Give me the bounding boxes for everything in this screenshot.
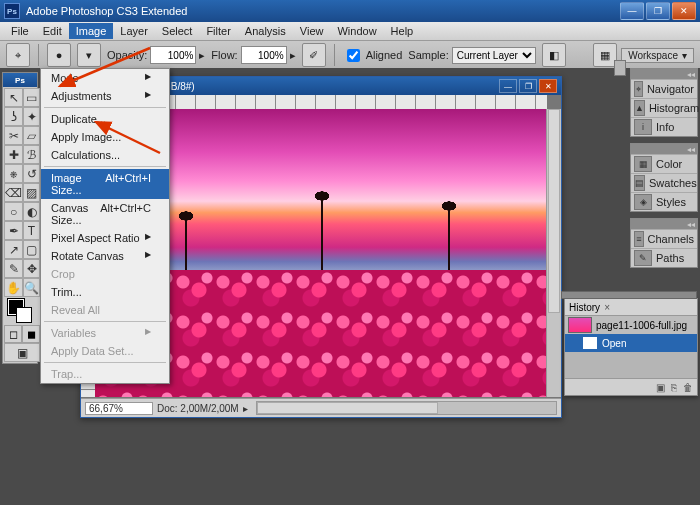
menu-item-apply-image[interactable]: Apply Image...	[41, 128, 169, 146]
styles-panel-button[interactable]: ◈Styles	[631, 192, 697, 211]
blur-tool-icon[interactable]: ○	[4, 202, 23, 221]
dock-handle[interactable]: ◂◂	[631, 69, 697, 79]
flow-arrow-icon[interactable]: ▸	[290, 49, 296, 62]
opacity-input[interactable]	[150, 46, 196, 64]
toolbox-title[interactable]: Ps	[3, 73, 37, 87]
path-tool-icon[interactable]: ↗	[4, 240, 23, 259]
close-tab-icon[interactable]: ×	[604, 302, 610, 313]
workspace-button[interactable]: Workspace ▾	[621, 48, 694, 63]
sample-label: Sample:	[408, 49, 448, 61]
notes-tool-icon[interactable]: ✎	[4, 259, 23, 278]
close-button[interactable]: ✕	[672, 2, 696, 20]
move-tool-icon[interactable]: ↖	[4, 88, 23, 107]
menu-item-trim[interactable]: Trim...	[41, 283, 169, 301]
menu-item-variables: Variables▶	[41, 324, 169, 342]
menu-help[interactable]: Help	[384, 23, 421, 39]
crop-tool-icon[interactable]: ✂	[4, 126, 23, 145]
history-snapshot-row[interactable]: page11-1006-full.jpg	[565, 316, 697, 334]
zoom-field[interactable]: 66,67%	[85, 402, 153, 415]
quick-mask-icon[interactable]: ◼	[22, 325, 40, 343]
brush-preset-icon[interactable]: ●	[47, 43, 71, 67]
submenu-arrow-icon: ▶	[145, 72, 151, 84]
flow-input[interactable]	[241, 46, 287, 64]
info-icon: i	[634, 119, 652, 135]
work-area: Ps ↖ ▭ ʖ ✦ ✂ ▱ ✚ ℬ ⎈ ↺ ⌫ ▨ ○ ◐ ✒ T ↗ ▢ ✎…	[0, 68, 700, 505]
standard-mode-icon[interactable]: ◻	[4, 325, 22, 343]
menu-edit[interactable]: Edit	[36, 23, 69, 39]
histogram-icon: ▲	[634, 100, 645, 116]
tool-preset-icon[interactable]: ⌖	[6, 43, 30, 67]
eraser-tool-icon[interactable]: ⌫	[4, 183, 23, 202]
menu-item-duplicate[interactable]: Duplicate...	[41, 110, 169, 128]
swatches-panel-button[interactable]: ▤Swatches	[631, 173, 697, 192]
navigator-panel-button[interactable]: ⌖Navigator	[631, 79, 697, 98]
horizontal-scrollbar[interactable]	[256, 401, 557, 415]
opacity-arrow-icon[interactable]: ▸	[199, 49, 205, 62]
menu-item-mode[interactable]: Mode▶	[41, 69, 169, 87]
menu-filter[interactable]: Filter	[199, 23, 237, 39]
new-document-icon[interactable]: ⎘	[671, 382, 677, 393]
eyedropper-tool-icon[interactable]: ✥	[23, 259, 40, 278]
menu-item-canvas-size[interactable]: Canvas Size...Alt+Ctrl+C	[41, 199, 169, 229]
minimize-button[interactable]: —	[620, 2, 644, 20]
brush-dropdown-icon[interactable]: ▾	[77, 43, 101, 67]
app-icon: Ps	[4, 3, 20, 19]
maximize-button[interactable]: ❐	[646, 2, 670, 20]
menu-window[interactable]: Window	[330, 23, 383, 39]
hand-tool-icon[interactable]: ✋	[4, 278, 23, 297]
brush-tool-icon[interactable]: ℬ	[23, 145, 40, 164]
doc-maximize-button[interactable]: ❐	[519, 79, 537, 93]
aligned-label: Aligned	[366, 49, 403, 61]
dock-handle[interactable]: ◂◂	[631, 144, 697, 154]
aligned-checkbox[interactable]	[347, 49, 360, 62]
slice-tool-icon[interactable]: ▱	[23, 126, 40, 145]
shape-tool-icon[interactable]: ▢	[23, 240, 40, 259]
doc-close-button[interactable]: ✕	[539, 79, 557, 93]
history-brush-tool-icon[interactable]: ↺	[23, 164, 40, 183]
menu-item-calculations[interactable]: Calculations...	[41, 146, 169, 164]
vertical-scrollbar[interactable]	[546, 109, 561, 397]
new-snapshot-icon[interactable]: ▣	[656, 382, 665, 393]
channels-panel-button[interactable]: ≡Channels	[631, 229, 697, 248]
histogram-panel-button[interactable]: ▲Histogram	[631, 98, 697, 117]
type-tool-icon[interactable]: T	[23, 221, 40, 240]
menu-view[interactable]: View	[293, 23, 331, 39]
info-arrow-icon[interactable]: ▸	[243, 403, 248, 414]
dodge-tool-icon[interactable]: ◐	[23, 202, 40, 221]
menu-analysis[interactable]: Analysis	[238, 23, 293, 39]
doc-info: Doc: 2,00M/2,00M	[157, 403, 239, 414]
menu-item-adjustments[interactable]: Adjustments▶	[41, 87, 169, 105]
menu-item-image-size[interactable]: Image Size...Alt+Ctrl+I	[41, 169, 169, 199]
history-state-row[interactable]: Open	[565, 334, 697, 352]
menu-item-pixel-aspect-ratio[interactable]: Pixel Aspect Ratio▶	[41, 229, 169, 247]
menu-image[interactable]: Image	[69, 23, 114, 39]
wand-tool-icon[interactable]: ✦	[23, 107, 40, 126]
color-swatches[interactable]	[4, 297, 40, 325]
pen-tool-icon[interactable]: ✒	[4, 221, 23, 240]
sample-select[interactable]: Current Layer	[452, 47, 536, 64]
dock-collapse-icon[interactable]	[614, 60, 626, 76]
gradient-tool-icon[interactable]: ▨	[23, 183, 40, 202]
airbrush-icon[interactable]: ✐	[302, 43, 326, 67]
delete-state-icon[interactable]: 🗑	[683, 382, 693, 393]
menu-layer[interactable]: Layer	[113, 23, 155, 39]
heal-tool-icon[interactable]: ✚	[4, 145, 23, 164]
menu-select[interactable]: Select	[155, 23, 200, 39]
lasso-tool-icon[interactable]: ʖ	[4, 107, 23, 126]
swatches-icon: ▤	[634, 175, 645, 191]
color-panel-button[interactable]: ▦Color	[631, 154, 697, 173]
menu-item-rotate-canvas[interactable]: Rotate Canvas▶	[41, 247, 169, 265]
history-tab[interactable]: History ×	[565, 299, 697, 316]
stamp-tool-icon[interactable]: ⎈	[4, 164, 23, 183]
paths-panel-button[interactable]: ✎Paths	[631, 248, 697, 267]
screen-mode-icon[interactable]: ▣	[4, 343, 40, 362]
marquee-tool-icon[interactable]: ▭	[23, 88, 40, 107]
menu-file[interactable]: File	[4, 23, 36, 39]
background-color[interactable]	[16, 307, 32, 323]
doc-minimize-button[interactable]: —	[499, 79, 517, 93]
zoom-tool-icon[interactable]: 🔍	[23, 278, 40, 297]
info-panel-button[interactable]: iInfo	[631, 117, 697, 136]
history-collapse-handle[interactable]	[561, 291, 697, 299]
dock-handle[interactable]: ◂◂	[631, 219, 697, 229]
sample-layers-icon[interactable]: ◧	[542, 43, 566, 67]
